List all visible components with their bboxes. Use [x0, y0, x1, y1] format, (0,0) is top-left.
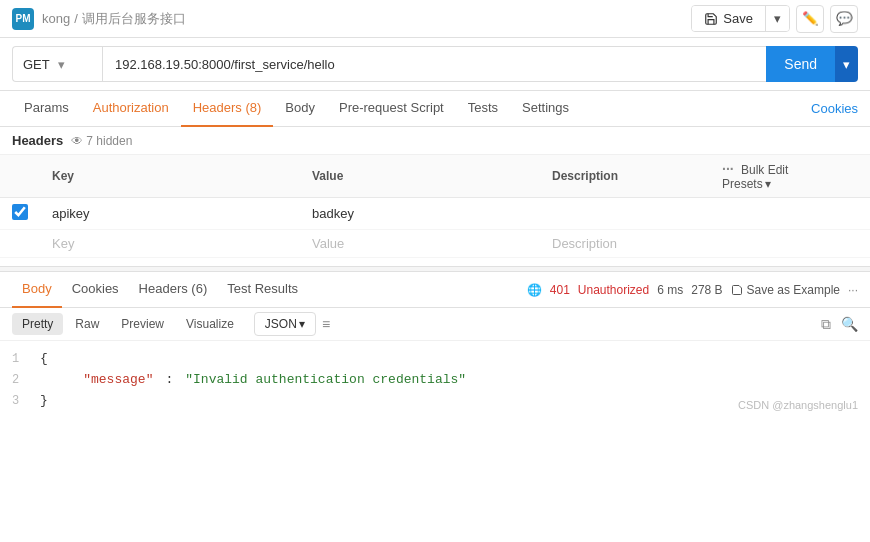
response-tab-test-results[interactable]: Test Results: [217, 272, 308, 308]
code-line-1: 1 {: [12, 349, 858, 370]
json-format-selector[interactable]: JSON ▾: [254, 312, 316, 336]
app-logo: PM: [12, 8, 34, 30]
col-check-header: [0, 155, 40, 198]
tab-settings[interactable]: Settings: [510, 91, 581, 127]
table-row-empty: Key Value Description: [0, 230, 870, 258]
comment-button[interactable]: 💬: [830, 5, 858, 33]
key-text: apikey: [52, 206, 90, 221]
edit-button[interactable]: ✏️: [796, 5, 824, 33]
globe-icon[interactable]: 🌐: [527, 283, 542, 297]
response-body-area: 1 { 2 "message" : "Invalid authenticatio…: [0, 341, 870, 419]
url-input[interactable]: [102, 46, 766, 82]
value-text: badkey: [312, 206, 354, 221]
format-tabs: Pretty Raw Preview Visualize JSON ▾ ≡ ⧉ …: [0, 308, 870, 341]
tab-pre-request-script[interactable]: Pre-request Script: [327, 91, 456, 127]
response-tab-cookies[interactable]: Cookies: [62, 272, 129, 308]
status-text: Unauthorized: [578, 283, 649, 297]
presets-button[interactable]: Presets ▾: [722, 177, 771, 191]
format-tab-visualize[interactable]: Visualize: [176, 313, 244, 335]
format-tab-raw[interactable]: Raw: [65, 313, 109, 335]
more-options-icon[interactable]: ···: [722, 161, 734, 177]
method-value: GET: [23, 57, 50, 72]
row-actions-cell: [710, 198, 870, 230]
code-value: "Invalid authentication credentials": [185, 370, 466, 391]
hidden-badge: 👁 7 hidden: [71, 134, 132, 148]
empty-key-cell[interactable]: Key: [40, 230, 300, 258]
method-dropdown-icon: ▾: [58, 57, 65, 72]
row-value-cell: badkey: [300, 198, 540, 230]
send-button[interactable]: Send: [766, 46, 835, 82]
code-indent: [40, 370, 71, 391]
empty-value-cell[interactable]: Value: [300, 230, 540, 258]
cookies-link[interactable]: Cookies: [811, 101, 858, 116]
response-status-bar: 🌐 401 Unauthorized 6 ms 278 B Save as Ex…: [527, 283, 858, 297]
code-line-2: 2 "message" : "Invalid authentication cr…: [12, 370, 858, 391]
row-key-cell: apikey: [40, 198, 300, 230]
code-key: "message": [83, 370, 153, 391]
save-example-button[interactable]: Save as Example: [731, 283, 840, 297]
code-colon: :: [165, 370, 173, 391]
open-brace: {: [40, 349, 48, 370]
search-icon[interactable]: 🔍: [841, 316, 858, 333]
request-tabs: Params Authorization Headers (8) Body Pr…: [0, 91, 870, 127]
tab-params[interactable]: Params: [12, 91, 81, 127]
tab-headers[interactable]: Headers (8): [181, 91, 274, 127]
desc-placeholder: Description: [552, 236, 617, 251]
response-time: 6 ms: [657, 283, 683, 297]
empty-checkbox-cell: [0, 230, 40, 258]
top-bar-left: PM kong / 调用后台服务接口: [12, 8, 186, 30]
empty-actions-cell: [710, 230, 870, 258]
code-line-3: 3 }: [12, 391, 858, 412]
top-bar-right: Save ▾ ✏️ 💬: [691, 5, 858, 33]
headers-table: Key Value Description ··· Bulk Edit Pres…: [0, 155, 870, 258]
col-actions-header: ··· Bulk Edit Presets ▾: [710, 155, 870, 198]
tab-authorization[interactable]: Authorization: [81, 91, 181, 127]
response-tab-body[interactable]: Body: [12, 272, 62, 308]
format-right-icons: ⧉ 🔍: [821, 316, 858, 333]
value-placeholder: Value: [312, 236, 344, 251]
col-value-header: Value: [300, 155, 540, 198]
save-dropdown-button[interactable]: ▾: [765, 6, 789, 31]
json-dropdown-icon: ▾: [299, 317, 305, 331]
top-bar: PM kong / 调用后台服务接口 Save ▾ ✏️ 💬: [0, 0, 870, 38]
save-icon: [704, 12, 718, 26]
more-options-button[interactable]: ···: [848, 283, 858, 297]
response-size: 278 B: [691, 283, 722, 297]
save-button[interactable]: Save: [692, 6, 765, 31]
method-select[interactable]: GET ▾: [12, 46, 102, 82]
watermark: CSDN @zhangshenglu1: [738, 399, 858, 411]
tab-tests[interactable]: Tests: [456, 91, 510, 127]
send-dropdown-button[interactable]: ▾: [835, 46, 858, 82]
headers-title: Headers: [12, 133, 63, 148]
page-title: 调用后台服务接口: [82, 10, 186, 28]
breadcrumb-sep: /: [74, 11, 78, 26]
copy-icon[interactable]: ⧉: [821, 316, 831, 333]
row-checkbox-cell: [0, 198, 40, 230]
status-code: 401: [550, 283, 570, 297]
format-tab-pretty[interactable]: Pretty: [12, 313, 63, 335]
save-button-group: Save ▾: [691, 5, 790, 32]
close-brace: }: [40, 391, 48, 412]
response-tabs: Body Cookies Headers (6) Test Results 🌐 …: [0, 272, 870, 308]
response-tab-headers[interactable]: Headers (6): [129, 272, 218, 308]
bulk-edit-button[interactable]: Bulk Edit: [741, 163, 788, 177]
workspace-name: kong: [42, 11, 70, 26]
col-key-header: Key: [40, 155, 300, 198]
row-desc-cell: [540, 198, 710, 230]
breadcrumb: kong / 调用后台服务接口: [42, 10, 186, 28]
table-row: apikey badkey: [0, 198, 870, 230]
format-tab-preview[interactable]: Preview: [111, 313, 174, 335]
col-desc-header: Description: [540, 155, 710, 198]
send-button-group: Send ▾: [766, 46, 858, 82]
key-placeholder: Key: [52, 236, 74, 251]
tab-body[interactable]: Body: [273, 91, 327, 127]
row-checkbox[interactable]: [12, 204, 28, 220]
filter-icon[interactable]: ≡: [322, 316, 330, 332]
headers-section: Headers 👁 7 hidden: [0, 127, 870, 155]
save-example-icon: [731, 284, 743, 296]
empty-desc-cell[interactable]: Description: [540, 230, 710, 258]
url-bar: GET ▾ Send ▾: [0, 38, 870, 91]
